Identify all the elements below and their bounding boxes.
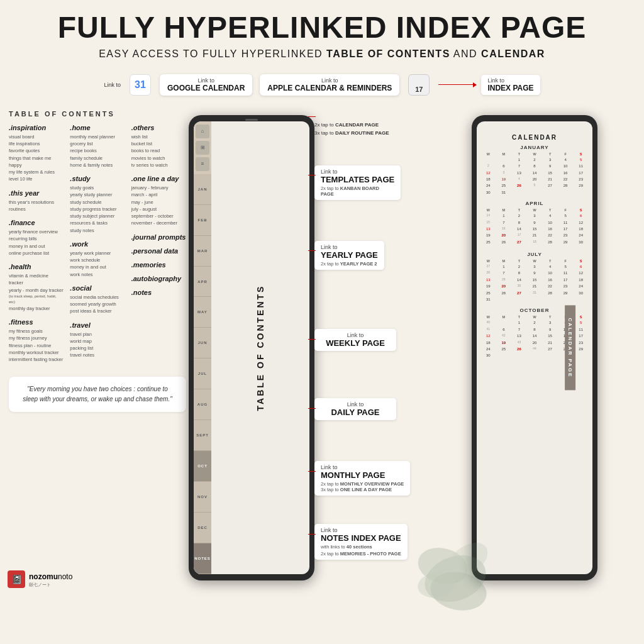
- ann-monthly-box[interactable]: Link to MONTHLY PAGE 2x tap to MONTHLY O…: [314, 461, 410, 496]
- calendar-title: CALENDAR: [480, 134, 589, 141]
- google-cal-number: 31: [135, 79, 146, 91]
- toc-section-inspiration: .inspiration visual board life inspirati…: [9, 124, 64, 183]
- calendar-links-row: Link to 31 Link to GOOGLE CALENDAR Link …: [102, 67, 542, 103]
- month-tab-nov[interactable]: NOV: [194, 482, 211, 513]
- toc-columns: .inspiration visual board life inspirati…: [9, 124, 186, 370]
- apr-grid: W M T W T F S 14 1 2 3 4 5: [480, 208, 589, 247]
- brand-footer: 📓 nozomunoto 願七ノート: [8, 570, 72, 588]
- toc-rotated-label: TABLE OF CONTENTS: [255, 284, 266, 411]
- page-subtitle: EASY ACCESS TO FULLY HYPERLINKED TABLE O…: [13, 48, 631, 60]
- google-cal-section: Link to: [104, 82, 121, 88]
- toc-section-home: .home monthly meal planner grocery list …: [70, 124, 125, 169]
- google-title: GOOGLE CALENDAR: [167, 84, 245, 92]
- toc-col-3: .others wish list bucket list books to r…: [131, 124, 186, 370]
- toc-section-others: .others wish list bucket list books to r…: [131, 124, 186, 169]
- index-page-box[interactable]: Link to INDEX PAGE: [481, 75, 540, 95]
- apple-cal-date: 17: [415, 86, 423, 93]
- brand-name: nozomunoto 願七ノート: [29, 570, 72, 588]
- toc-col-1: .inspiration visual board life inspirati…: [9, 124, 64, 370]
- red-line-ann-1: [308, 116, 316, 117]
- apple-label-small: Link to: [267, 77, 392, 84]
- month-tabs: JAN FEB MAR APR MAY JUN JUL AUG SEPT OCT…: [194, 174, 211, 574]
- ann-weekly: Link to WEEKLY PAGE: [314, 329, 396, 351]
- toc-section-study: .study study goals yearly study planner …: [70, 175, 125, 234]
- toc-panel: TABLE OF CONTENTS .inspiration visual bo…: [0, 103, 195, 593]
- brand-subtitle: 願七ノート: [29, 582, 72, 588]
- red-line-ann-3: [308, 250, 316, 251]
- google-cal-box[interactable]: Link to GOOGLE CALENDAR: [160, 74, 252, 96]
- toc-section-notes: .notes: [131, 289, 186, 296]
- tablet-top-dots: [245, 119, 258, 121]
- month-tab-jul[interactable]: JUL: [194, 358, 211, 389]
- ann-notes-box[interactable]: Link to NOTES INDEX PAGE with links to 4…: [314, 524, 408, 560]
- ann-daily: Link to DAILY PAGE: [314, 398, 396, 420]
- toc-section-personal: .personal data: [131, 247, 186, 255]
- middle-annotations: 2x tap to CALENDAR PAGE 3x tap to DAILY …: [308, 103, 472, 593]
- ann-yearly: Link to YEARLY PAGE 2x tap to YEARLY PAG…: [314, 241, 384, 270]
- ann-weekly-box[interactable]: Link to WEEKLY PAGE: [314, 329, 396, 351]
- subtitle-prefix: EASY ACCESS TO FULLY HYPERLINKED: [99, 48, 326, 59]
- month-tab-jan[interactable]: JAN: [194, 174, 211, 205]
- tablet-screen: ⌂ ⊞ ≡ JAN FEB MAR APR MAY JUN JUL AUG SE…: [194, 121, 309, 574]
- month-tab-apr[interactable]: APR: [194, 267, 211, 297]
- ann-yearly-box[interactable]: Link to YEARLY PAGE 2x tap to YEARLY PAG…: [314, 241, 384, 270]
- google-label-small: Link to: [167, 77, 245, 84]
- toc-section-title-4: .health: [9, 263, 64, 270]
- page-header: FULLY HYPERLINKED INDEX PAGE EASY ACCESS…: [0, 0, 644, 65]
- month-tab-mar[interactable]: MAR: [194, 236, 211, 267]
- ann-calendar-daily: 2x tap to CALENDAR PAGE 3x tap to DAILY …: [314, 121, 389, 138]
- toc-section-title-3: .finance: [9, 219, 64, 226]
- toc-section-work: .work yearly work planner work schedule …: [70, 240, 125, 278]
- google-cal-label: Link to: [104, 82, 121, 88]
- toc-section-title: .inspiration: [9, 124, 64, 131]
- month-tab-aug[interactable]: AUG: [194, 389, 211, 420]
- toc-section-health: .health vitamin & medicine tracker yearl…: [9, 263, 64, 312]
- tablet-sidebar: ⌂ ⊞ ≡ JAN FEB MAR APR MAY JUN JUL AUG SE…: [194, 121, 211, 574]
- cal-april: APRIL W M T W T F S 14 1 2 3: [480, 201, 589, 247]
- apple-calendar-icon[interactable]: 17: [408, 74, 430, 96]
- arrow-head-1: [473, 82, 477, 87]
- sidebar-grid-icon[interactable]: ⊞: [196, 141, 209, 155]
- brand-name-part1: nozomu: [29, 572, 58, 581]
- sidebar-home-icon[interactable]: ⌂: [196, 125, 209, 138]
- jan-title: JANUARY: [480, 145, 589, 150]
- toc-section-title-5: .fitness: [9, 318, 64, 326]
- month-tab-may[interactable]: MAY: [194, 297, 211, 328]
- apple-cal-box[interactable]: Link to APPLE CALENDAR & REMINDERS: [260, 74, 399, 96]
- month-tab-feb[interactable]: FEB: [194, 205, 211, 236]
- sidebar-menu-icon[interactable]: ≡: [196, 157, 209, 171]
- toc-title: TABLE OF CONTENTS: [9, 110, 186, 118]
- ann-calendar-daily-text: 2x tap to CALENDAR PAGE 3x tap to DAILY …: [314, 121, 389, 138]
- month-tab-oct[interactable]: OCT: [194, 451, 211, 482]
- index-title: INDEX PAGE: [487, 84, 533, 92]
- sidebar-icons: ⌂ ⊞ ≡: [194, 121, 211, 174]
- toc-section-finance: .finance yearly finance overview recurri…: [9, 219, 64, 257]
- month-tab-dec[interactable]: DEC: [194, 513, 211, 543]
- month-tab-sep[interactable]: SEPT: [194, 420, 211, 451]
- red-line-ann-4: [308, 339, 316, 340]
- red-line-ann-6: [308, 471, 316, 472]
- ann-daily-box[interactable]: Link to DAILY PAGE: [314, 398, 396, 420]
- jul-grid: W M T W T F S 27 1 2 3 4 5: [480, 258, 589, 303]
- red-line-ann-7: [308, 534, 316, 535]
- month-tab-notes[interactable]: NOTES: [194, 543, 211, 574]
- tablet-device: ⌂ ⊞ ≡ JAN FEB MAR APR MAY JUN JUL AUG SE…: [189, 115, 314, 580]
- ann-notes: Link to NOTES INDEX PAGE with links to 4…: [314, 524, 408, 560]
- google-calendar-icon[interactable]: 31: [130, 74, 151, 96]
- toc-section-onelineaday: .one line a day january - february march…: [131, 175, 186, 227]
- calendar-tablet: ▼ CALENDAR JANUARY W M T W T: [472, 115, 597, 580]
- main-layout: TABLE OF CONTENTS .inspiration visual bo…: [0, 103, 644, 593]
- toc-section-title-2: .this year: [9, 189, 64, 197]
- cal-july: JULY W M T W T F S 27 1 2 3: [480, 252, 589, 303]
- red-line-ann-2: [308, 175, 316, 175]
- ann-templates-box[interactable]: Link to TEMPLATES PAGE 2x tap to KANBAN …: [314, 165, 401, 200]
- month-tab-jun[interactable]: JUN: [194, 328, 211, 358]
- calendar-page-label: CALENDAR PAGE: [565, 305, 575, 390]
- center-tablet-section: ⌂ ⊞ ≡ JAN FEB MAR APR MAY JUN JUL AUG SE…: [195, 103, 308, 593]
- ann-monthly: Link to MONTHLY PAGE 2x tap to MONTHLY O…: [314, 461, 410, 496]
- arrow-line-1: [438, 84, 476, 85]
- jan-grid: W M T W T F S 1 2 3: [480, 152, 589, 196]
- index-label: Link to: [487, 77, 533, 84]
- subtitle-and: AND: [453, 48, 481, 59]
- toc-section-autobiography: .autobiography: [131, 275, 186, 282]
